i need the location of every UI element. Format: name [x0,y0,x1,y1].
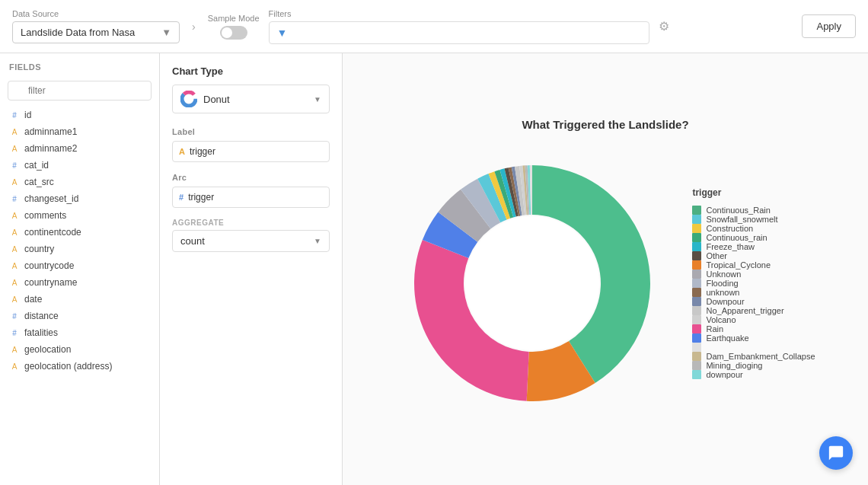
sidebar-field-item[interactable]: Ageolocation [0,341,159,358]
settings-icon[interactable]: ⚙ [659,19,669,34]
sidebar-field-item[interactable]: Acountry [0,241,159,257]
search-input[interactable] [8,81,152,101]
field-name: countrycode [24,260,74,271]
hash-type-icon: # [9,111,20,120]
legend-label: Construction [706,224,753,233]
alpha-type-icon: A [9,212,20,220]
field-name: countryname [24,277,77,288]
legend-label: Freeze_thaw [706,242,755,251]
sidebar-field-item[interactable]: #cat_id [0,157,159,174]
aggregate-dropdown[interactable]: count ▼ [172,230,330,252]
sidebar-field-item[interactable]: #fatalities [0,324,159,341]
arc-section-title: Arc [172,173,330,182]
legend-swatch [692,343,701,352]
legend-label: Unknown [706,270,741,279]
field-name: comments [24,210,66,221]
legend-item: Flooding [692,279,815,288]
sidebar-field-item[interactable]: #id [0,107,159,123]
legend: trigger Continuous_RainSnowfall_snowmelt… [692,187,815,379]
legend-label: Earthquake [706,333,748,343]
hash-type-icon: # [9,195,20,203]
field-name: adminname2 [24,143,77,154]
top-bar: Data Source Landslide Data from Nasa ▼ ›… [0,0,868,53]
legend-item: Freeze_thaw [692,242,815,251]
sidebar-field-item[interactable]: Acontinentcode [0,224,159,241]
donut-svg [395,146,669,420]
legend-item: Mining_dioging [692,361,815,370]
field-name: fatalities [24,327,58,338]
sidebar-field-item[interactable]: Acat_src [0,174,159,190]
legend-item: Downpour [692,297,815,306]
filters-section: Filters ▼ [269,9,649,44]
sidebar-field-item[interactable]: Adate [0,291,159,308]
donut-chart-icon [180,91,197,107]
legend-swatch [692,242,701,251]
legend-item: No_Apparent_trigger [692,306,815,315]
filters-label: Filters [269,9,649,18]
legend-item: Continuous_Rain [692,206,815,215]
filter-bar[interactable]: ▼ [269,21,649,44]
legend-item: downpour [692,370,815,379]
sidebar-field-item[interactable]: Acomments [0,207,159,224]
sidebar-field-item[interactable]: Ageolocation (address) [0,358,159,375]
sidebar-field-item[interactable]: Aadminname2 [0,140,159,157]
sidebar-field-item[interactable]: Aadminname1 [0,123,159,140]
legend-swatch [692,315,701,324]
datasource-section: Data Source Landslide Data from Nasa ▼ [12,9,180,43]
legend-item: Unknown [692,270,815,279]
chart-type-value: Donut [203,94,230,105]
svg-point-2 [185,95,193,103]
legend-label: Continuous_Rain [706,206,770,215]
fields-list: #idAadminname1Aadminname2#cat_idAcat_src… [0,107,159,375]
legend-items: Continuous_RainSnowfall_snowmeltConstruc… [692,206,815,379]
alpha-type-icon: A [9,362,20,371]
chart-type-dropdown[interactable]: Donut ▼ [172,85,330,113]
sample-mode-toggle-wrap: Sample Mode [208,14,260,40]
sidebar-field-item[interactable]: #distance [0,308,159,324]
alpha-type-icon: A [9,279,20,287]
sidebar-field-item[interactable]: Acountryname [0,274,159,291]
datasource-value: Landslide Data from Nasa [21,27,135,38]
legend-swatch [692,270,701,279]
label-field-type-icon: A [179,147,185,156]
legend-swatch [692,333,701,343]
field-name: changeset_id [24,193,78,204]
chart-display: What Triggered the Landslide? trigger Co… [343,53,868,485]
search-box: 🔍 [8,81,152,101]
legend-label: No_Apparent_trigger [706,306,783,315]
legend-swatch [692,215,701,224]
field-name: adminname1 [24,126,77,137]
sample-mode-toggle[interactable] [220,26,247,40]
chevron-down-icon: ▼ [161,27,171,38]
chart-type-left: Donut [180,91,230,107]
legend-label: Flooding [706,279,738,288]
legend-label: Tropical_Cyclone [706,260,771,270]
aggregate-label: AGGREGATE [172,219,330,227]
sidebar: FIELDS 🔍 #idAadminname1Aadminname2#cat_i… [0,53,160,485]
legend-item: Snowfall_snowmelt [692,215,815,224]
legend-swatch [692,306,701,315]
legend-swatch [692,352,701,361]
apply-button[interactable]: Apply [802,14,856,38]
legend-swatch [692,251,701,260]
label-section-title: Label [172,127,330,136]
hash-type-icon: # [9,329,20,337]
field-name: cat_id [24,160,49,171]
legend-item: Construction [692,224,815,233]
chat-bubble[interactable] [819,436,853,470]
sidebar-field-item[interactable]: #changeset_id [0,190,159,207]
label-field-value: trigger [190,146,215,157]
legend-label: Mining_dioging [706,361,762,370]
legend-swatch [692,224,701,233]
sample-mode-label: Sample Mode [208,14,260,23]
alpha-type-icon: A [9,346,20,354]
sidebar-field-item[interactable]: Acountrycode [0,257,159,274]
arc-field-pill: # trigger [172,187,330,208]
hash-type-icon: # [9,312,20,321]
legend-label: Snowfall_snowmelt [706,215,777,224]
datasource-dropdown[interactable]: Landslide Data from Nasa ▼ [12,21,180,43]
arrow-right-icon: › [192,21,196,33]
alpha-type-icon: A [9,145,20,153]
legend-item: Other [692,251,815,260]
legend-swatch [692,233,701,242]
